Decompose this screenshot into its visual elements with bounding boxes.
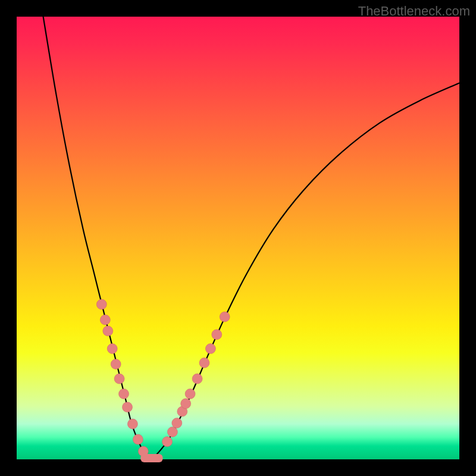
- curve-svg: [17, 17, 459, 459]
- marker-dot: [167, 427, 177, 437]
- marker-dot: [133, 434, 143, 444]
- bottom-bar: [140, 454, 162, 462]
- marker-dot: [107, 344, 117, 354]
- marker-dot: [123, 402, 133, 412]
- chart-frame: TheBottleneck.com: [0, 0, 476, 476]
- marker-dot: [212, 330, 222, 340]
- marker-dot: [111, 359, 121, 369]
- marker-dot: [192, 374, 202, 384]
- marker-dot: [205, 344, 215, 354]
- marker-dot: [162, 437, 173, 447]
- marker-dot: [100, 315, 110, 325]
- marker-dot: [119, 389, 129, 399]
- marker-dot: [185, 389, 195, 399]
- bottleneck-curve: [43, 17, 459, 459]
- marker-dot: [172, 418, 182, 428]
- marker-dot: [114, 374, 124, 384]
- marker-dot: [220, 312, 230, 322]
- watermark-text: TheBottleneck.com: [358, 4, 470, 19]
- marker-dots: [96, 299, 230, 456]
- marker-dot: [127, 419, 137, 429]
- plot-area: [17, 17, 459, 459]
- marker-dot: [199, 358, 209, 368]
- marker-dot: [96, 299, 107, 309]
- marker-dot: [103, 326, 113, 336]
- marker-dot: [181, 399, 191, 409]
